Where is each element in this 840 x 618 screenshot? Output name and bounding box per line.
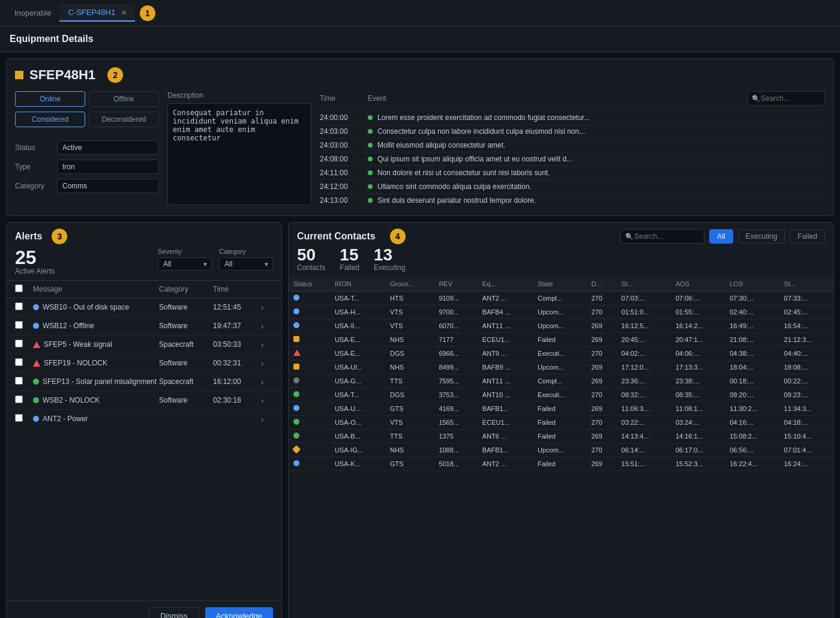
alert-message-cell: ANT2 - Power [33, 415, 159, 423]
events-list: 24:00:00 Lorem esse proident exercitatio… [320, 110, 825, 207]
alert-expand-icon[interactable]: › [261, 322, 273, 331]
considered-button[interactable]: Considered [15, 112, 85, 127]
alert-message-cell: SFEP5 - Weak signal [33, 340, 159, 349]
alerts-select-all-checkbox[interactable] [15, 284, 23, 292]
deconsidered-button[interactable]: Deconsidered [89, 112, 159, 127]
contact-rev: 4169... [434, 402, 477, 416]
alert-icon-blue [33, 304, 39, 310]
contact-row[interactable]: USA-IG... NHS 1088... BAFB1... Upcom... … [289, 443, 833, 457]
contact-row[interactable]: USA-T... DGS 3753... ANT10 ... Executi..… [289, 388, 833, 402]
contact-row[interactable]: USA-T... HTS 9109... ANT2 ... Compl... 2… [289, 292, 833, 305]
alert-checkbox[interactable] [15, 302, 23, 310]
tab-inoperable[interactable]: Inoperable [6, 5, 59, 21]
alert-expand-icon[interactable]: › [261, 396, 273, 405]
contact-ground: DGS [385, 388, 434, 402]
contact-row[interactable]: USA-E... DGS 6966... ANT9 ... Executi...… [289, 347, 833, 361]
contact-d: 269 [586, 333, 616, 347]
alert-expand-icon[interactable]: › [261, 415, 273, 424]
contact-ground: DGS [385, 347, 434, 361]
contact-eq: BAFB4 ... [478, 305, 533, 319]
alert-expand-icon[interactable]: › [261, 359, 273, 368]
contact-eq: ANT6 ... [478, 430, 533, 443]
event-text: Lorem esse proident exercitation ad comm… [377, 113, 590, 122]
dismiss-button[interactable]: Dismiss [149, 607, 199, 618]
contact-st2: 16:54:... [779, 319, 833, 333]
status-value: Active [57, 140, 159, 155]
contact-iron: USA-9... [330, 319, 385, 333]
contact-iron: USA-E... [330, 347, 385, 361]
alert-checkbox[interactable] [15, 340, 23, 347]
filter-failed-button[interactable]: Failed [790, 229, 825, 244]
status-indicator [293, 405, 299, 411]
alert-expand-icon[interactable]: › [261, 340, 273, 349]
alert-checkbox-cell [15, 340, 33, 349]
col-d: D... [586, 277, 616, 292]
contact-aos: 06:17:0... [671, 443, 725, 457]
alerts-category-col-header: Category [159, 285, 213, 293]
contact-d: 270 [586, 388, 616, 402]
contact-eq: ECEU1... [478, 416, 533, 430]
contact-los: 06:56:... [725, 443, 779, 457]
contact-state: Compl... [533, 374, 586, 388]
contact-row[interactable]: USA-U... GTS 4169... BAFB1... Failed 269… [289, 402, 833, 416]
event-text: Consectetur culpa non labore incididunt … [377, 127, 585, 136]
col-ground: Groun... [385, 277, 434, 292]
contact-ground: VTS [385, 319, 434, 333]
page-title: Equipment Details [10, 34, 94, 44]
event-row: 24:00:00 Lorem esse proident exercitatio… [320, 110, 825, 124]
contact-ground: VTS [385, 416, 434, 430]
events-col-event: Event [368, 94, 747, 103]
contact-ground: NHS [385, 443, 434, 457]
contact-row[interactable]: USA-9... VTS 6070... ANT11 ... Upcom... … [289, 319, 833, 333]
event-row: 24:03:00 Consectetur culpa non labore in… [320, 124, 825, 138]
tab-close-icon[interactable]: ✕ [121, 9, 127, 16]
contact-row[interactable]: USA-K... GTS 5018... ANT2 ... Failed 269… [289, 457, 833, 471]
contact-iron: USA-B... [330, 430, 385, 443]
event-row: 24:13:00 Sint duis deserunt pariatur nos… [320, 193, 825, 207]
severity-select[interactable]: All High Medium Low [158, 257, 212, 271]
alert-checkbox-cell [15, 321, 33, 331]
contact-state: Compl... [533, 292, 586, 305]
online-button[interactable]: Online [15, 91, 85, 107]
contact-eq: ANT11 ... [478, 374, 533, 388]
contact-st: 15:51:... [617, 457, 671, 471]
contact-st: 08:32:... [617, 388, 671, 402]
contact-los: 21:08:... [725, 333, 779, 347]
contact-eq: ANT10 ... [478, 388, 533, 402]
alert-checkbox[interactable] [15, 321, 23, 329]
acknowledge-button[interactable]: Acknowledge [205, 607, 273, 618]
contact-los: 04:38:... [725, 347, 779, 361]
tab-c-sfep48h1[interactable]: C-SFEP48H1 ✕ [59, 4, 134, 22]
filter-executing-button[interactable]: Executing [738, 229, 785, 244]
category-select[interactable]: All Software Spacecraft [219, 257, 273, 271]
filter-all-button[interactable]: All [709, 229, 733, 244]
contacts-executing: 13 Executing [374, 247, 406, 272]
contact-st: 20:45:... [617, 333, 671, 347]
contact-row[interactable]: USA-G... TTS 7595... ANT11 ... Compl... … [289, 374, 833, 388]
alert-expand-icon[interactable]: › [261, 303, 273, 312]
contact-row[interactable]: USA-O... VTS 1565... ECEU1... Failed 270… [289, 416, 833, 430]
contact-row[interactable]: USA-UI... NHS 8499... BAFB9 ... Upcom...… [289, 361, 833, 374]
alert-expand-icon[interactable]: › [261, 377, 273, 386]
contact-iron: USA-G... [330, 374, 385, 388]
contact-st: 23:36:... [617, 374, 671, 388]
events-search-icon: 🔍 [752, 95, 760, 103]
contact-los: 18:04:... [725, 361, 779, 374]
contact-row[interactable]: USA-H... VTS 9700... BAFB4 ... Upcom... … [289, 305, 833, 319]
contact-rev: 9109... [434, 292, 477, 305]
alert-checkbox[interactable] [15, 358, 23, 366]
contact-row[interactable]: USA-B... TTS 1375 ANT6 ... Failed 269 14… [289, 430, 833, 443]
alert-checkbox[interactable] [15, 395, 23, 403]
contact-rev: 9700... [434, 305, 477, 319]
alert-checkbox-cell [15, 302, 33, 312]
alert-message: WSB2 - NOLOCK [43, 396, 159, 404]
offline-button[interactable]: Offline [89, 91, 159, 107]
alert-checkbox[interactable] [15, 414, 23, 422]
equipment-controls: Online Offline Considered Deconsidered S… [15, 91, 159, 207]
considered-deconsidered-group: Considered Deconsidered [15, 112, 159, 127]
event-dot [368, 143, 373, 148]
alert-checkbox[interactable] [15, 377, 23, 385]
contact-row[interactable]: USA-E... NHS 7177 ECEU1... Failed 269 20… [289, 333, 833, 347]
description-textarea[interactable]: Consequat pariatur in incididunt veniam … [167, 103, 311, 205]
equipment-header: SFEP48H1 2 [15, 67, 825, 83]
